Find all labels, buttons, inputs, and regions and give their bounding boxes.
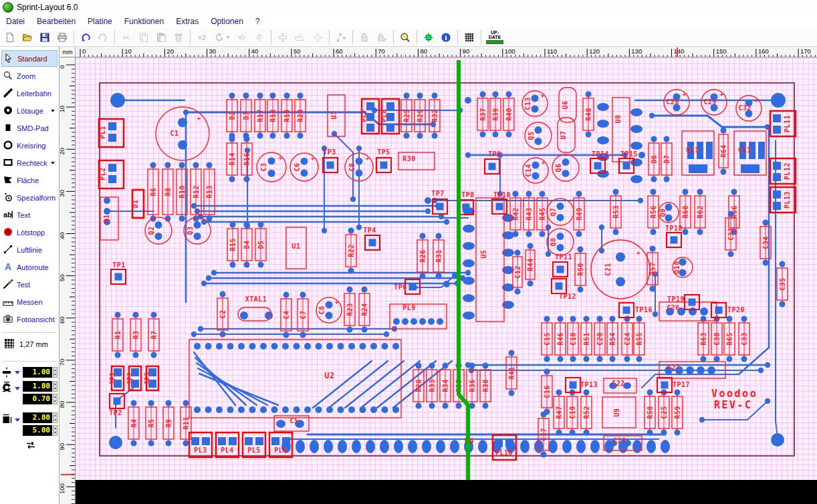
- component-label: R12: [193, 185, 200, 199]
- toolbar-mirror-horizontal-button[interactable]: [233, 29, 251, 45]
- sidebar-tool-rechteck[interactable]: Rechteck: [1, 154, 57, 171]
- smd-size-dropdown[interactable]: [15, 418, 20, 422]
- grid-size-button[interactable]: 1,27 mm: [4, 338, 48, 350]
- component-label: R55: [636, 332, 643, 346]
- sidebar-tool-ltstopp[interactable]: Lötstopp: [1, 224, 57, 241]
- menu-item-extras[interactable]: Extras: [170, 15, 205, 27]
- toolbar-redo-button[interactable]: [94, 29, 112, 45]
- toolbar-cut-button[interactable]: ✂: [118, 29, 135, 45]
- toolbar-snap-grid-button[interactable]: [420, 29, 437, 45]
- component-label: XTAL1: [245, 295, 267, 303]
- sidebar-tool-text[interactable]: abText: [1, 207, 57, 223]
- menu-item-?[interactable]: ?: [249, 15, 266, 27]
- toolbar-new-button[interactable]: [1, 29, 19, 45]
- component-label: C13: [524, 97, 532, 110]
- toolbar-open-button[interactable]: [19, 29, 36, 45]
- sidebar-tool-flche[interactable]: Fläche: [1, 172, 57, 188]
- component-label: TP20: [727, 306, 745, 313]
- swap-values-button[interactable]: [25, 440, 36, 453]
- sidebar-tool-spezialform[interactable]: Spezialform: [1, 189, 57, 206]
- toolbar-lock-button[interactable]: [356, 29, 373, 45]
- toolbar-node-edit-button[interactable]: [332, 29, 350, 45]
- save-icon: [39, 32, 50, 43]
- sidebar-tool-kreisring[interactable]: Kreisring: [1, 137, 57, 154]
- component-label: C3: [260, 162, 267, 171]
- sidebar-tool-standard[interactable]: Standard: [1, 50, 57, 67]
- component-label: TP18: [665, 225, 683, 232]
- component-label: TP8: [461, 191, 475, 199]
- toolbar-undo-button[interactable]: [77, 29, 94, 45]
- component-label: Q3: [187, 226, 194, 235]
- menu-item-funktionen[interactable]: Funktionen: [118, 15, 170, 27]
- dropdown-caret-icon[interactable]: [51, 162, 55, 164]
- sidebar-tool-zoom[interactable]: Zoom: [1, 68, 57, 84]
- toolbar-delete-button[interactable]: [170, 29, 187, 45]
- board-revision-text: REV-C: [714, 399, 753, 411]
- sidebar-tool-ltauge[interactable]: Lötauge: [1, 102, 57, 119]
- dropdown-caret-icon[interactable]: [226, 36, 230, 39]
- menu-item-optionen[interactable]: Optionen: [205, 15, 249, 27]
- toolbar-info-button[interactable]: i: [437, 29, 455, 45]
- component-label: Q2: [148, 226, 155, 235]
- component-label: C34: [762, 236, 770, 249]
- delete-icon: [173, 32, 184, 43]
- svg-text:30: 30: [60, 190, 66, 197]
- track-width-field[interactable]: 1.00: [23, 367, 52, 378]
- horizontal-ruler: 0102030405060708090100110120130140150160…: [76, 47, 817, 57]
- sidebar-tool-test[interactable]: Test: [1, 276, 57, 293]
- track-width-field-spinner[interactable]: [53, 367, 57, 378]
- menu-item-platine[interactable]: Platine: [82, 15, 118, 27]
- toolbar-save-button[interactable]: [36, 29, 53, 45]
- sidebar-tool-autoroute[interactable]: AAutoroute: [1, 259, 57, 275]
- smd-height-field[interactable]: 5.00: [23, 425, 52, 436]
- special-icon: [3, 192, 13, 204]
- sidebar-tool-luftlinie[interactable]: Luftlinie: [1, 241, 57, 258]
- menu-item-bearbeiten[interactable]: Bearbeiten: [31, 15, 82, 27]
- component-label: R54: [609, 332, 616, 346]
- toolbar-paste-button[interactable]: [152, 29, 170, 45]
- component-label: U1: [291, 243, 300, 250]
- svg-text:70: 70: [60, 359, 66, 366]
- component-label: C24: [624, 332, 631, 346]
- pad-inner-field[interactable]: 0.70: [23, 394, 52, 404]
- component-label: Q1: [103, 214, 110, 223]
- toolbar-flip-board-button[interactable]: [274, 29, 291, 45]
- pcb-canvas[interactable]: D2D3R17R18R19R20R25R29R32R37R39R40R48R6R…: [76, 57, 817, 504]
- toolbar-print-button[interactable]: [53, 29, 71, 45]
- menu-item-datei[interactable]: Datei: [0, 15, 31, 27]
- toolbar-rotate-button[interactable]: [211, 29, 233, 45]
- sidebar-tool-leiterbahn[interactable]: Leiterbahn: [1, 85, 57, 102]
- toolbar-zoom-last-button[interactable]: [396, 29, 414, 45]
- pad-outer-field[interactable]: 1.80: [23, 381, 52, 392]
- component-label: R3: [132, 330, 140, 339]
- svg-text:90: 90: [60, 443, 66, 451]
- component-label: TP3: [323, 148, 336, 156]
- smd-height-field-spinner[interactable]: [53, 425, 57, 436]
- pad-outer-field-spinner[interactable]: [53, 381, 57, 392]
- mirror-horizontal-icon: [237, 32, 247, 43]
- smd-width-field-spinner[interactable]: [53, 412, 57, 423]
- track-width-dropdown[interactable]: [15, 371, 20, 374]
- toolbar-lock-edit-button[interactable]: [373, 29, 390, 45]
- sidebar-tool-fotoansicht[interactable]: Fotoansicht: [1, 311, 57, 328]
- dropdown-caret-icon[interactable]: [51, 110, 55, 112]
- toolbar-duplicate-x2-button[interactable]: ×2: [193, 29, 211, 45]
- pad-size-dropdown[interactable]: [15, 387, 20, 390]
- sidebar-tool-messen[interactable]: Messen: [1, 293, 57, 310]
- toolbar-update-button[interactable]: UP-DATE: [484, 29, 505, 45]
- toolbar-mirror-vertical-button[interactable]: [251, 29, 268, 45]
- smd-width-field[interactable]: 2.80: [23, 412, 52, 423]
- sidebar-tool-smdpad[interactable]: SMD-Pad: [1, 120, 57, 136]
- component-label: C7: [300, 310, 307, 319]
- toolbar-separator: [481, 30, 481, 44]
- component-label: R44: [527, 258, 534, 271]
- pad-inner-field-spinner[interactable]: [53, 394, 57, 404]
- toolbar-copy-button[interactable]: [135, 29, 152, 45]
- toolbar-raster-view-button[interactable]: [461, 29, 478, 45]
- component-label: TP10: [493, 191, 511, 199]
- svg-text:80: 80: [60, 401, 66, 408]
- component-label: PL10: [495, 449, 513, 457]
- toolbar-center-elements-button[interactable]: [309, 29, 326, 45]
- toolbar-align-board-button[interactable]: [291, 29, 309, 45]
- component-label: C5: [289, 417, 298, 424]
